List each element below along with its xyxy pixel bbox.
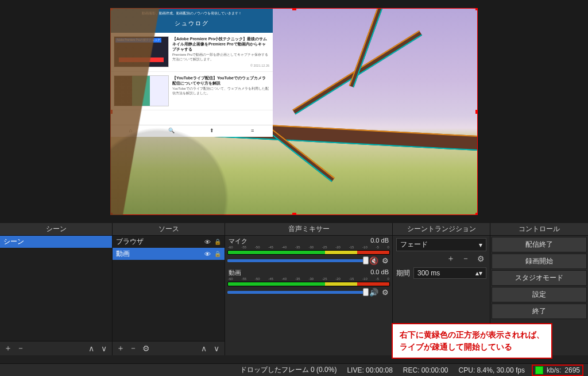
sources-toolbar: ＋ － ⚙ ∧ ∨ [113, 341, 225, 355]
scenes-title: シーン [0, 223, 112, 236]
studio-mode-button[interactable]: スタジオモード [492, 270, 587, 286]
stream-status-group: kb/s: 2695 [532, 365, 583, 376]
scene-up-button[interactable]: ∧ [86, 343, 97, 354]
scene-item[interactable]: シーン [0, 236, 112, 248]
stop-streaming-button[interactable]: 配信終了 [492, 237, 587, 252]
transition-settings-button[interactable]: ⚙ [475, 254, 486, 264]
preview-canvas[interactable]: 動画撮影、動画作成、動画配信のノウハウを発信していきます！ シュウログ 【Ado… [110, 8, 478, 215]
scenes-dock: シーン シーン ＋ － ∧ ∨ [0, 223, 113, 355]
search-icon: 🔍 [151, 125, 192, 137]
channel-settings-icon[interactable]: ⚙ [381, 287, 390, 297]
bitrate-label: kb/s: [547, 366, 561, 374]
channel-name: 動画 [229, 268, 241, 277]
lock-icon[interactable]: 🔒 [214, 239, 221, 245]
speaker-icon[interactable]: 🔊 [369, 287, 378, 297]
rec-time: REC: 00:00:00 [403, 366, 448, 374]
mixer-channel-video: 動画 0.0 dB -60-55-50-45-40-35-30-25-20-15… [227, 268, 390, 297]
visibility-icon[interactable]: 👁 [204, 251, 211, 258]
home-icon: ⌂ [110, 125, 151, 137]
bitrate-value: 2695 [564, 366, 580, 374]
stepper-icon[interactable]: ▴▾ [475, 269, 482, 277]
preview-area[interactable]: 動画撮影、動画作成、動画配信のノウハウを発信していきます！ シュウログ 【Ado… [0, 0, 588, 223]
remove-scene-button[interactable]: － [15, 343, 26, 354]
mute-icon[interactable]: 🔇 [369, 256, 378, 265]
stream-status-indicator [535, 366, 543, 374]
add-source-button[interactable]: ＋ [115, 343, 126, 354]
mixer-dock: 音声ミキサー マイク 0.0 dB -60-55-50-45-40-35-30-… [225, 223, 393, 355]
source-settings-button[interactable]: ⚙ [140, 343, 152, 354]
overlay-tagline: 動画撮影、動画作成、動画配信のノウハウを発信していきます！ [113, 11, 270, 16]
selection-outline[interactable] [110, 8, 478, 215]
mixer-title: 音声ミキサー [225, 223, 392, 236]
level-meter [227, 282, 390, 286]
channel-name: マイク [229, 237, 247, 245]
chevron-down-icon: ▾ [479, 241, 482, 249]
browser-source-overlay: 動画撮影、動画作成、動画配信のノウハウを発信していきます！ シュウログ 【Ado… [110, 8, 273, 137]
upload-icon: ⬆ [192, 125, 233, 137]
annotation-callout: 右下に黄緑色の正方形が表示されれば、 ライブが疎通して開始している [392, 323, 552, 359]
volume-slider[interactable] [227, 259, 367, 262]
add-scene-button[interactable]: ＋ [2, 343, 14, 354]
transition-select[interactable]: フェード ▾ [396, 238, 486, 251]
thumbnail [114, 36, 169, 67]
overlay-article: 【YouTubeライブ配信】YouTubeでのウェブカメラ配信についてやり方を解… [110, 72, 273, 110]
start-recording-button[interactable]: 録画開始 [492, 254, 587, 269]
add-transition-button[interactable]: ＋ [445, 254, 457, 264]
controls-title: コントロール [490, 223, 588, 236]
source-item-video[interactable]: 動画 👁 🔒 [113, 248, 225, 260]
duration-label: 期間 [396, 268, 410, 278]
status-bar: ドロップしたフレーム 0 (0.0%) LIVE: 00:00:08 REC: … [0, 363, 588, 376]
thumbnail [114, 75, 169, 106]
source-item-browser[interactable]: ブラウザ 👁 🔒 [113, 236, 225, 248]
level-meter [227, 250, 390, 255]
overlay-bottom-nav: ⌂ 🔍 ⬆ ≡ [110, 125, 273, 137]
mixer-channel-mic: マイク 0.0 dB -60-55-50-45-40-35-30-25-20-1… [227, 237, 390, 265]
channel-settings-icon[interactable]: ⚙ [381, 256, 390, 265]
cpu-fps: CPU: 8.4%, 30.00 fps [459, 366, 525, 374]
overlay-title: シュウログ [113, 20, 270, 27]
menu-icon: ≡ [232, 125, 273, 137]
volume-slider[interactable] [227, 291, 367, 294]
live-time: LIVE: 00:00:08 [347, 366, 392, 374]
scenes-toolbar: ＋ － ∧ ∨ [0, 341, 112, 355]
source-up-button[interactable]: ∧ [198, 343, 210, 354]
remove-source-button[interactable]: － [127, 343, 139, 354]
visibility-icon[interactable]: 👁 [204, 239, 211, 245]
remove-transition-button[interactable]: － [460, 254, 471, 264]
dropped-frames: ドロップしたフレーム 0 (0.0%) [240, 365, 337, 375]
scene-down-button[interactable]: ∨ [98, 343, 110, 354]
exit-button[interactable]: 終了 [492, 304, 587, 319]
transitions-title: シーントランジション [393, 223, 490, 236]
sources-title: ソース [113, 223, 225, 236]
channel-db: 0.0 dB [370, 237, 389, 245]
overlay-article: 【Adobe Premiere Pro小技テクニック】最後のサムネイル用静止画像… [110, 33, 273, 72]
duration-input[interactable]: 300 ms ▴▾ [413, 267, 486, 279]
channel-db: 0.0 dB [370, 268, 389, 277]
settings-button[interactable]: 設定 [492, 287, 587, 302]
lock-icon[interactable]: 🔒 [214, 251, 221, 257]
sources-dock: ソース ブラウザ 👁 🔒 動画 👁 🔒 ＋ － ⚙ ∧ ∨ [113, 223, 225, 355]
source-down-button[interactable]: ∨ [211, 343, 222, 354]
